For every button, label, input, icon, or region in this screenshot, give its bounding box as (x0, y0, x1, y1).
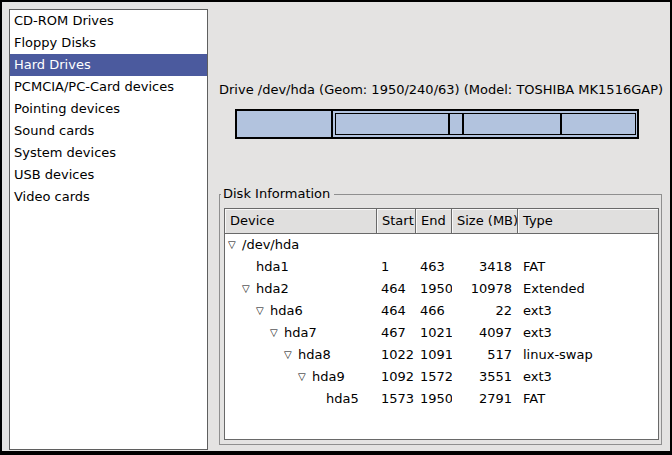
device-label: /dev/hda (242, 234, 299, 256)
end-cell: 463 (416, 256, 452, 278)
device-label: hda2 (256, 278, 289, 300)
table-row-hda8[interactable]: ▽ hda8 1022 1091 517 linux-swap (225, 344, 658, 366)
device-label: hda5 (326, 388, 359, 410)
size-cell: 4097 (452, 322, 518, 344)
table-row-hda5[interactable]: hda5 1573 1950 2791 FAT (225, 388, 658, 410)
device-category-list: CD-ROM Drives Floppy Disks Hard Drives P… (9, 9, 208, 450)
column-header-type[interactable]: Type (518, 209, 658, 234)
disk-table-header: Device Start End Size (MB) Type (225, 209, 658, 234)
expander-icon[interactable]: ▽ (298, 366, 312, 388)
type-cell: Extended (518, 278, 658, 300)
partition-divider-hda7-hda8 (448, 114, 450, 134)
start-cell: 467 (377, 322, 416, 344)
table-row-hda7[interactable]: ▽ hda7 467 1021 4097 ext3 (225, 322, 658, 344)
device-label: hda8 (298, 344, 331, 366)
start-cell: 1573 (377, 388, 416, 410)
size-cell (452, 234, 518, 256)
table-row-hda1[interactable]: hda1 1 463 3418 FAT (225, 256, 658, 278)
column-header-start[interactable]: Start (377, 209, 416, 234)
expander-icon[interactable]: ▽ (228, 234, 242, 256)
device-label: hda7 (284, 322, 317, 344)
size-cell: 22 (452, 300, 518, 322)
sidebar-item-cdrom-drives[interactable]: CD-ROM Drives (10, 10, 207, 32)
size-cell: 10978 (452, 278, 518, 300)
type-cell: FAT (518, 256, 658, 278)
partition-divider-hda8-hda9 (462, 114, 464, 134)
column-header-end[interactable]: End (416, 209, 452, 234)
disk-table-body: ▽ /dev/hda hda1 1 463 34 (225, 234, 658, 410)
end-cell: 1572 (416, 366, 452, 388)
start-cell: 1 (377, 256, 416, 278)
partition-segment-hda2-extended (335, 113, 636, 135)
type-cell: ext3 (518, 366, 658, 388)
start-cell: 1092 (377, 366, 416, 388)
partition-segment-hda1 (237, 111, 333, 137)
table-row-hda2[interactable]: ▽ hda2 464 1950 10978 Extended (225, 278, 658, 300)
size-cell: 2791 (452, 388, 518, 410)
end-cell (416, 234, 452, 256)
device-label: hda1 (256, 256, 289, 278)
disk-information-label: Disk Information (221, 186, 334, 201)
sidebar-item-usb-devices[interactable]: USB devices (10, 164, 207, 186)
sidebar-item-floppy-disks[interactable]: Floppy Disks (10, 32, 207, 54)
sidebar-item-pcmcia-devices[interactable]: PCMCIA/PC-Card devices (10, 76, 207, 98)
table-row-dev-hda[interactable]: ▽ /dev/hda (225, 234, 658, 256)
start-cell (377, 234, 416, 256)
sidebar-item-sound-cards[interactable]: Sound cards (10, 120, 207, 142)
column-header-device[interactable]: Device (225, 209, 377, 234)
drive-title: Drive /dev/hda (Geom: 1950/240/63) (Mode… (219, 82, 662, 97)
end-cell: 1950 (416, 278, 452, 300)
hardware-browser-window: CD-ROM Drives Floppy Disks Hard Drives P… (0, 0, 672, 455)
table-row-hda9[interactable]: ▽ hda9 1092 1572 3551 ext3 (225, 366, 658, 388)
partition-divider-hda9-hda5 (560, 114, 562, 134)
expander-icon[interactable]: ▽ (270, 322, 284, 344)
type-cell: ext3 (518, 300, 658, 322)
end-cell: 466 (416, 300, 452, 322)
size-cell: 517 (452, 344, 518, 366)
partition-bar (235, 109, 639, 139)
disk-information-frame: Disk Information Device Start End Size (… (219, 194, 662, 445)
type-cell (518, 234, 658, 256)
start-cell: 1022 (377, 344, 416, 366)
device-label: hda6 (270, 300, 303, 322)
start-cell: 464 (377, 300, 416, 322)
end-cell: 1021 (416, 322, 452, 344)
type-cell: ext3 (518, 322, 658, 344)
expander-icon[interactable]: ▽ (242, 278, 256, 300)
end-cell: 1091 (416, 344, 452, 366)
type-cell: FAT (518, 388, 658, 410)
disk-table: Device Start End Size (MB) Type ▽ /dev/h… (224, 208, 659, 440)
column-header-size[interactable]: Size (MB) (452, 209, 518, 234)
table-row-hda6[interactable]: ▽ hda6 464 466 22 ext3 (225, 300, 658, 322)
type-cell: linux-swap (518, 344, 658, 366)
size-cell: 3551 (452, 366, 518, 388)
expander-icon[interactable]: ▽ (256, 300, 270, 322)
sidebar-item-video-cards[interactable]: Video cards (10, 186, 207, 208)
end-cell: 1950 (416, 388, 452, 410)
sidebar-item-pointing-devices[interactable]: Pointing devices (10, 98, 207, 120)
sidebar-item-hard-drives[interactable]: Hard Drives (10, 54, 207, 76)
expander-icon[interactable]: ▽ (284, 344, 298, 366)
start-cell: 464 (377, 278, 416, 300)
sidebar-item-system-devices[interactable]: System devices (10, 142, 207, 164)
device-label: hda9 (312, 366, 345, 388)
size-cell: 3418 (452, 256, 518, 278)
